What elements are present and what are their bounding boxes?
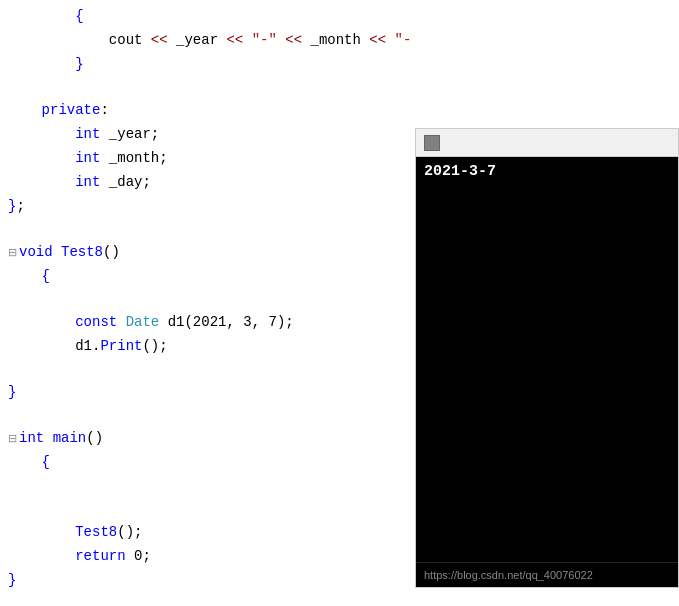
collapse-icon[interactable]: ⊟ [8, 246, 17, 258]
token: { [75, 8, 83, 24]
code-line [0, 474, 410, 496]
code-line [0, 76, 410, 98]
code-line: Test8(); [0, 520, 410, 544]
token: d1 [159, 314, 184, 330]
token: return [75, 548, 125, 564]
token: ; [16, 198, 24, 214]
collapse-icon[interactable]: ⊟ [8, 432, 17, 444]
code-line: { [0, 4, 410, 28]
terminal-footer-text: https://blog.csdn.net/qq_40076022 [424, 569, 593, 581]
token: _month [100, 150, 159, 166]
token: cout [109, 32, 143, 48]
token: Test8 [61, 244, 103, 260]
code-line [0, 288, 410, 310]
terminal-icon [424, 135, 440, 151]
token: int [19, 430, 44, 446]
token: d1 [75, 338, 92, 354]
token: { [42, 268, 50, 284]
terminal-output: 2021-3-7 [424, 163, 670, 180]
token: << [277, 32, 311, 48]
code-editor: { cout << _year << "-" << _month << "-" … [0, 0, 410, 606]
token: _month [311, 32, 361, 48]
code-line: int _month; [0, 146, 410, 170]
code-line: const Date d1(2021, 3, 7); [0, 310, 410, 334]
token: int [75, 174, 100, 190]
token: Test8 [75, 524, 117, 540]
token: int [75, 126, 100, 142]
token: ; [142, 174, 150, 190]
token: } [8, 384, 16, 400]
token: (2021, 3, 7) [184, 314, 285, 330]
token: _day [100, 174, 142, 190]
code-line: int _year; [0, 122, 410, 146]
token: void [19, 244, 53, 260]
token: Date [126, 314, 160, 330]
token: int [75, 150, 100, 166]
terminal-body: 2021-3-7 [416, 157, 678, 562]
code-line [0, 218, 410, 240]
code-line: int _day; [0, 170, 410, 194]
code-line: ⊟int main() [0, 426, 410, 450]
token: "-" [252, 32, 277, 48]
token: () [86, 430, 103, 446]
token: ; [151, 126, 159, 142]
token: } [75, 56, 83, 72]
token: << [142, 32, 176, 48]
code-line: }; [0, 194, 410, 218]
token: } [8, 572, 16, 588]
token: "-" [395, 32, 410, 48]
token: : [100, 102, 108, 118]
terminal-titlebar [416, 129, 678, 157]
code-line: ⊟void Test8() [0, 240, 410, 264]
token [44, 430, 52, 446]
token: ; [285, 314, 293, 330]
code-line: } [0, 380, 410, 404]
code-line: { [0, 450, 410, 474]
token: ; [159, 150, 167, 166]
terminal-window: 2021-3-7 https://blog.csdn.net/qq_400760… [415, 128, 679, 588]
token: 0; [126, 548, 151, 564]
code-line [0, 404, 410, 426]
terminal-footer: https://blog.csdn.net/qq_40076022 [416, 562, 678, 587]
token: << [218, 32, 252, 48]
code-line: } [0, 52, 410, 76]
code-line: { [0, 264, 410, 288]
main-container: { cout << _year << "-" << _month << "-" … [0, 0, 679, 606]
code-line [0, 496, 410, 520]
token: { [42, 454, 50, 470]
token: () [103, 244, 120, 260]
token [117, 314, 125, 330]
code-line: cout << _year << "-" << _month << "-" <<… [0, 28, 410, 52]
code-line: private: [0, 98, 410, 122]
token: _year [176, 32, 218, 48]
code-line [0, 358, 410, 380]
token: _year [100, 126, 150, 142]
token: (); [142, 338, 167, 354]
token: const [75, 314, 117, 330]
token: (); [117, 524, 142, 540]
token: private [42, 102, 101, 118]
token: << [361, 32, 395, 48]
code-line: d1.Print(); [0, 334, 410, 358]
code-line: return 0; [0, 544, 410, 568]
token: Print [100, 338, 142, 354]
code-line: } [0, 568, 410, 592]
token [53, 244, 61, 260]
token: main [53, 430, 87, 446]
